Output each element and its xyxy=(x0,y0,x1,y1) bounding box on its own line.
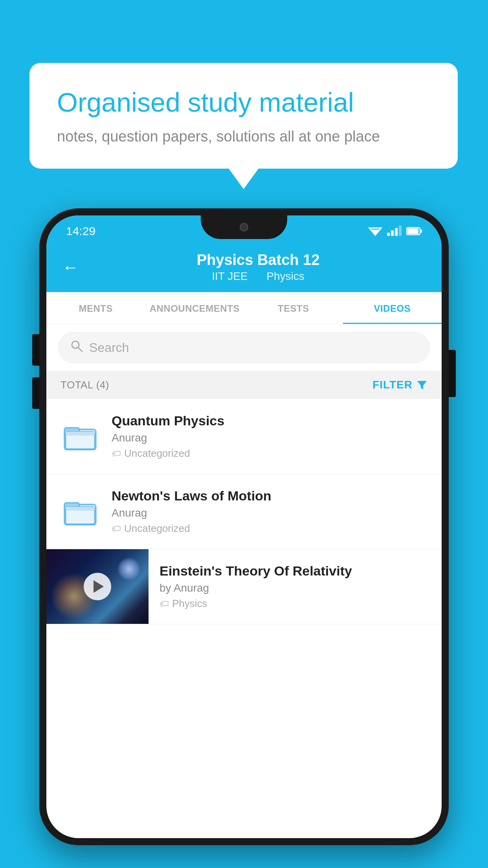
filter-bar: TOTAL (4) FILTER xyxy=(46,371,442,399)
play-button-einstein[interactable] xyxy=(84,573,111,600)
svg-line-6 xyxy=(78,348,82,351)
search-icon xyxy=(70,340,83,355)
svg-rect-3 xyxy=(420,230,422,233)
folder-thumb-newton xyxy=(61,492,100,531)
tag-icon-newton: 🏷 xyxy=(112,523,121,534)
filter-label: FILTER xyxy=(372,379,413,391)
front-camera xyxy=(240,223,248,232)
video-title-quantum: Quantum Physics xyxy=(112,413,427,428)
video-title-newton: Newton's Laws of Motion xyxy=(112,488,427,504)
phone-screen: 14:29 xyxy=(46,215,442,838)
search-bar[interactable]: Search xyxy=(58,332,430,363)
svg-marker-7 xyxy=(417,381,427,390)
video-info-einstein: Einstein's Theory Of Relativity by Anura… xyxy=(149,552,442,621)
back-button[interactable]: ← xyxy=(62,258,79,277)
app-title: Physics Batch 12 xyxy=(90,252,426,268)
app-subtitle: IIT JEE Physics xyxy=(90,270,426,283)
bubble-subtitle: notes, question papers, solutions all at… xyxy=(57,128,430,145)
tag-label-einstein: Physics xyxy=(172,598,207,610)
header-title-block: Physics Batch 12 IIT JEE Physics xyxy=(90,252,426,283)
speech-bubble-card: Organised study material notes, question… xyxy=(29,63,458,169)
filter-button[interactable]: FILTER xyxy=(372,379,427,391)
app-header: ← Physics Batch 12 IIT JEE Physics xyxy=(46,244,442,292)
video-author-quantum: Anurag xyxy=(112,432,427,444)
folder-thumb-quantum xyxy=(61,417,100,456)
phone-mockup: 14:29 xyxy=(39,208,449,845)
video-tag-einstein: 🏷 Physics xyxy=(160,598,431,610)
tab-videos[interactable]: VIDEOS xyxy=(343,292,442,324)
video-info-newton: Newton's Laws of Motion Anurag 🏷 Uncateg… xyxy=(112,488,427,535)
video-item-einstein[interactable]: Einstein's Theory Of Relativity by Anura… xyxy=(46,549,442,624)
tab-tests[interactable]: TESTS xyxy=(244,292,343,324)
video-info-quantum: Quantum Physics Anurag 🏷 Uncategorized xyxy=(112,413,427,460)
video-item-quantum[interactable]: Quantum Physics Anurag 🏷 Uncategorized xyxy=(46,399,442,474)
tab-announcements[interactable]: ANNOUNCEMENTS xyxy=(145,292,244,324)
video-author-newton: Anurag xyxy=(112,507,427,519)
svg-rect-15 xyxy=(66,507,95,511)
battery-icon xyxy=(406,227,422,235)
subtitle-right: Physics xyxy=(266,270,304,282)
tag-icon-quantum: 🏷 xyxy=(112,448,121,459)
search-placeholder: Search xyxy=(89,340,129,355)
video-author-einstein: by Anurag xyxy=(160,582,431,594)
subtitle-left: IIT JEE xyxy=(212,270,248,282)
tag-label-newton: Uncategorized xyxy=(124,522,190,535)
folder-icon-quantum xyxy=(62,421,98,452)
tabs-bar: MENTS ANNOUNCEMENTS TESTS VIDEOS xyxy=(46,292,442,324)
phone-notch xyxy=(201,215,287,239)
video-thumbnail-einstein xyxy=(46,549,149,624)
bubble-title: Organised study material xyxy=(57,86,430,119)
signal-icon xyxy=(387,226,402,236)
tag-label-quantum: Uncategorized xyxy=(124,447,190,460)
tab-ments[interactable]: MENTS xyxy=(46,292,145,324)
phone-body: 14:29 xyxy=(39,208,449,845)
video-title-einstein: Einstein's Theory Of Relativity xyxy=(160,563,431,579)
play-triangle-icon xyxy=(94,580,104,593)
total-count: TOTAL (4) xyxy=(61,379,109,391)
video-item-newton[interactable]: Newton's Laws of Motion Anurag 🏷 Uncateg… xyxy=(46,474,442,549)
status-icons xyxy=(368,226,422,237)
search-container: Search xyxy=(46,324,442,371)
folder-icon-newton xyxy=(62,496,98,527)
svg-rect-11 xyxy=(66,432,95,436)
wifi-icon xyxy=(368,226,382,237)
filter-icon xyxy=(416,379,427,390)
video-tag-quantum: 🏷 Uncategorized xyxy=(112,447,427,460)
svg-rect-4 xyxy=(407,228,418,234)
tag-icon-einstein: 🏷 xyxy=(160,598,169,609)
status-time: 14:29 xyxy=(66,224,95,238)
video-list: Quantum Physics Anurag 🏷 Uncategorized xyxy=(46,399,442,624)
video-tag-newton: 🏷 Uncategorized xyxy=(112,522,427,535)
speech-bubble-section: Organised study material notes, question… xyxy=(29,63,458,169)
